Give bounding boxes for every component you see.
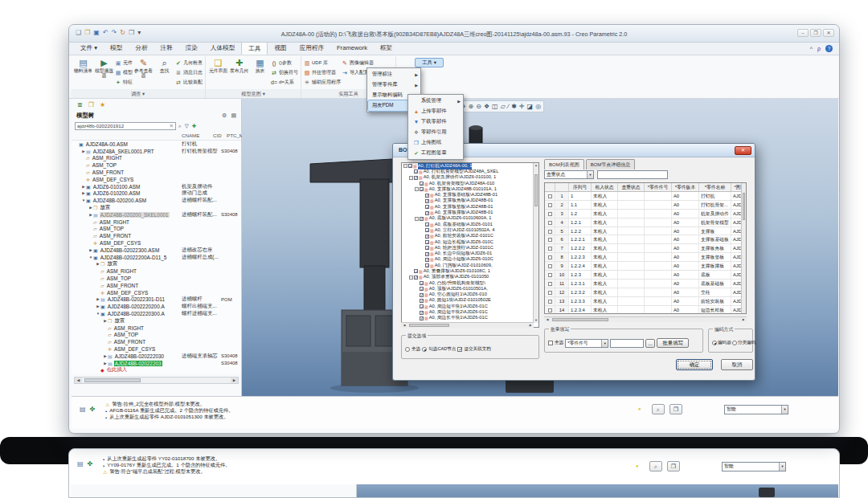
favorites-icon[interactable]: ★: [100, 100, 105, 110]
tree-settings-icon[interactable]: ⚙: [222, 110, 227, 120]
tree-row[interactable]: ▶▣AJDZ48B-02022300.ASM进桶改芯右座: [72, 247, 241, 254]
radio-全选[interactable]: [405, 347, 410, 352]
row-checkbox[interactable]: [545, 227, 555, 235]
checkbox-全选[interactable]: [548, 341, 553, 345]
datum-planes-icon[interactable]: ▱: [501, 102, 506, 111]
tree-row[interactable]: ✛ASM_DEF_CSYS: [72, 239, 241, 247]
bom-table-row[interactable]: 81.2.2.3未检入A0支撑板垫板AJDZ4: [545, 253, 746, 262]
checkbox-checked[interactable]: [425, 246, 429, 250]
tree-row[interactable]: ▱ASM_RIGHT: [72, 218, 241, 226]
bom-table-row[interactable]: 111.2.3.1未检入A0底板基础板AJDZ6-: [545, 280, 746, 288]
help-icon[interactable]: ?: [825, 45, 833, 52]
row-checkbox[interactable]: [545, 244, 555, 252]
tab-文件 ▾[interactable]: 文件 ▾: [74, 42, 104, 55]
bom-table-row[interactable]: 141.2.3.4未检入A0短边长框板AJDZ6-: [545, 306, 746, 314]
checkbox-checked[interactable]: [408, 164, 412, 168]
tree-row[interactable]: ▶▤AJDZ48A_SKEL0001.PRT打钉机骨架模型S30408: [72, 148, 241, 155]
datum-axes-icon[interactable]: ∕: [508, 102, 509, 111]
find-icon-icon[interactable]: ⌕: [178, 123, 182, 129]
tab-应用程序[interactable]: 应用程序: [293, 42, 330, 55]
checkbox-checked[interactable]: [425, 258, 429, 262]
scroll-thumb[interactable]: [743, 193, 745, 220]
checkbox-icon[interactable]: [548, 203, 552, 207]
row-checkbox[interactable]: [545, 288, 555, 296]
windows-icon[interactable]: ❒: [129, 29, 134, 37]
dup-status-combo[interactable]: 查重状态 ▼: [544, 170, 594, 179]
tree-row[interactable]: ▱ASM_TOP: [72, 226, 241, 233]
row-checkbox[interactable]: [545, 262, 555, 270]
row-checkbox[interactable]: [545, 201, 555, 209]
checkbox-icon[interactable]: [548, 230, 552, 234]
filter-icon[interactable]: ▽: [185, 123, 189, 129]
row-checkbox[interactable]: [545, 280, 555, 288]
bom-table-row[interactable]: 21.1未检入A0打钉机骨架...AJDZ4: [545, 201, 746, 210]
checkbox-checked[interactable]: [420, 293, 424, 297]
checkbox-icon[interactable]: [548, 300, 552, 304]
bom-table-row[interactable]: 121.2.3.2未检入A0立柱AJDZ-0: [545, 288, 746, 297]
tab-框架[interactable]: 框架: [374, 42, 399, 55]
tree-row[interactable]: ▱ASM_FRONT: [72, 232, 241, 239]
redo-icon[interactable]: ↷: [112, 29, 117, 37]
scroll-left-icon[interactable]: ◀: [401, 323, 407, 328]
tree-row[interactable]: ▼▣AJDZ48B-0202220300.A螺杆进桶端支...: [72, 310, 241, 317]
menu-item-管理零件库[interactable]: 管理零件库▶: [368, 80, 420, 90]
tree-row[interactable]: ▱ASM_RIGHT: [72, 267, 241, 275]
checkbox-checked[interactable]: [414, 176, 418, 180]
window-button[interactable]: ❒: [667, 461, 680, 471]
tree-row[interactable]: ▣AJDZ48A-00.ASM打钉机: [72, 141, 241, 148]
tree-row[interactable]: ▼▣AJDZ48B-02022200A-D11_5进桶螺杆总成(...: [72, 254, 241, 261]
checkbox-提交关联文档[interactable]: [457, 347, 462, 352]
tree-row[interactable]: ▶▣AJDZ6-010200.ASM摆动门总成: [72, 190, 241, 198]
plugin-manager-button[interactable]: ▧外挂管理器: [304, 68, 341, 77]
customize-icon[interactable]: ▾: [137, 29, 141, 37]
regenerate-icon[interactable]: ↻: [120, 29, 125, 37]
scroll-thumb[interactable]: [534, 174, 538, 206]
checkbox-icon[interactable]: [548, 291, 552, 295]
tree-row[interactable]: ▶▣AJDZ6-010100.ASM机架及摆动件: [72, 183, 241, 190]
menu-item-系统管理[interactable]: 系统管理▶: [409, 96, 462, 106]
tree-row[interactable]: ▱ASM_RIGHT: [72, 325, 241, 332]
model-tree-icon[interactable]: ≣: [77, 100, 83, 110]
more-button[interactable]: ...: [645, 339, 655, 348]
switch-symbols-button[interactable]: ⇄切换符号: [271, 68, 298, 77]
msg-tree-icon[interactable]: ▤: [80, 406, 86, 413]
tab-Framework[interactable]: Framework: [330, 42, 374, 55]
tree-row[interactable]: ▱ASM_TOP: [72, 275, 241, 282]
checkbox-checked[interactable]: [425, 235, 429, 239]
collapse-icon[interactable]: −: [415, 187, 419, 191]
chevron-down-icon[interactable]: ▼: [601, 340, 608, 347]
row-checkbox[interactable]: [545, 297, 555, 305]
batch-input[interactable]: [610, 339, 644, 348]
scroll-thumb[interactable]: [409, 324, 449, 327]
save-icon[interactable]: ▣: [93, 29, 100, 37]
component-interface-button[interactable]: ❑元件界面: [208, 57, 228, 89]
find-button[interactable]: ⌕: [652, 404, 665, 414]
tree-row[interactable]: ▶▤AJDZ48B-02022301-D11进桶螺杆POM: [72, 296, 241, 304]
row-checkbox[interactable]: [545, 253, 555, 261]
image-editor-button[interactable]: ✎图像编辑器: [342, 59, 393, 67]
close-icon[interactable]: ✕: [735, 146, 751, 155]
tab-分析[interactable]: 分析: [129, 42, 154, 55]
checkbox-icon[interactable]: [548, 247, 552, 251]
field-combo[interactable]: *零件件号▼: [565, 339, 608, 348]
tree-row[interactable]: ▱ASM_TOP: [72, 161, 241, 169]
col-cid[interactable]: CID: [213, 133, 222, 138]
column-header[interactable]: 查重状态: [618, 183, 645, 191]
folder-browser-icon[interactable]: ❐: [88, 100, 94, 110]
collapse-icon[interactable]: −: [409, 276, 413, 280]
relations-button[interactable]: d=d=关系: [271, 78, 298, 87]
msg-leaf-icon[interactable]: ✤: [88, 460, 93, 467]
tree-row[interactable]: ▱ASM_FRONT: [72, 338, 241, 345]
row-checkbox[interactable]: [545, 192, 555, 200]
menu-item-零部件引用[interactable]: ❖零部件引用: [409, 127, 462, 137]
bom-table-row[interactable]: 61.2.2.1未检入A0支撑板基础板AJDZ4: [545, 235, 746, 244]
tree-columns-icon[interactable]: ▤: [231, 110, 236, 120]
chevron-down-icon[interactable]: ▼: [781, 406, 788, 414]
tree-row[interactable]: ▱ASM_TOP: [72, 332, 241, 339]
compare-assembly-button[interactable]: ⇄比较装配: [175, 78, 203, 87]
find-button[interactable]: ⌕查找: [154, 57, 174, 89]
row-checkbox[interactable]: [545, 235, 555, 243]
reference-viewer-button[interactable]: ✎参考查看器: [133, 57, 154, 89]
tab-BOM节点详细信息[interactable]: BOM节点详细信息: [586, 159, 636, 169]
selection-filter-combo[interactable]: 智能 ▼: [722, 462, 786, 471]
